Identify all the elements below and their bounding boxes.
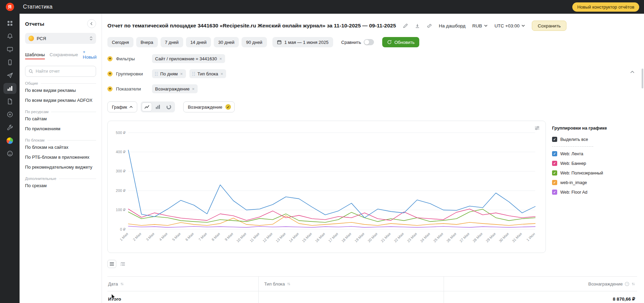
sidebar-item-rtb-blocks[interactable]: По РТБ-блокам в приложениях (25, 152, 96, 162)
chart-settings-icon[interactable] (534, 125, 540, 131)
yandex-logo[interactable]: Я (0, 3, 20, 11)
add-grouping-icon[interactable]: + (107, 71, 113, 76)
sort-icon[interactable] (287, 282, 291, 286)
timezone-value: UTC +03:00 (494, 23, 519, 28)
tools-wrench-icon[interactable] (3, 122, 16, 133)
sort-icon[interactable] (120, 282, 124, 286)
sidebar-item-slices[interactable]: По срезам (25, 181, 96, 191)
preset-yesterday[interactable]: Вчера (136, 37, 158, 47)
legend-item-web-lenta[interactable]: ✓ Web: Лента (552, 151, 628, 156)
sidebar-item-sites[interactable]: По сайтам (25, 114, 96, 124)
sidebar-item-all-ads[interactable]: По всем видам рекламы (25, 85, 96, 95)
add-metric-icon[interactable]: + (107, 86, 113, 92)
filter-chip[interactable]: Сайт / приложение = 3441630× (152, 54, 225, 63)
svg-text:19 Мая: 19 Мая (354, 232, 365, 243)
view-mode-button[interactable]: График (107, 101, 137, 112)
column-header-block-type[interactable]: Тип блока (258, 277, 444, 291)
preset-90-days[interactable]: 90 дней (242, 37, 267, 47)
chip-close-icon[interactable]: × (219, 57, 222, 61)
sidebar-item-site-blocks[interactable]: По блокам на сайтах (25, 142, 96, 152)
sidebar-item-recommendation-widget[interactable]: По рекомендательному виджету (25, 162, 96, 172)
browser-globe-icon[interactable] (3, 135, 16, 146)
sidebar-item-all-ads-adfox[interactable]: По всем видам рекламы ADFOX (25, 95, 96, 105)
legend-item-label: Web: Лента (560, 152, 583, 156)
pie-chart-icon[interactable] (164, 102, 174, 111)
chip-close-icon[interactable]: × (221, 72, 223, 76)
date-range-picker[interactable]: 1 мая — 1 июня 2025 (272, 37, 333, 47)
table-total-row: Итого 8 870,66 ₽ (107, 291, 637, 303)
chart-metric-label: Вознаграждение (188, 105, 222, 110)
total-label: Итого (108, 296, 121, 302)
drag-handle-icon[interactable] (192, 72, 195, 76)
line-chart-icon[interactable] (142, 102, 152, 111)
tab-new-report[interactable]: + Новый (83, 49, 96, 62)
legend-item-web-banner[interactable]: ✓ Web: Баннер (552, 161, 628, 166)
display-icon[interactable] (3, 44, 16, 55)
currency-select[interactable]: RUB (472, 23, 488, 28)
compare-control: Сравнить (341, 39, 374, 45)
svg-text:30 Мая: 30 Мая (498, 232, 510, 243)
bar-chart-icon[interactable] (153, 102, 163, 111)
chip-close-icon[interactable]: × (192, 87, 195, 91)
svg-text:400 ₽: 400 ₽ (116, 150, 126, 154)
preset-30-days[interactable]: 30 дней (214, 37, 239, 47)
drag-handle-icon[interactable] (155, 72, 158, 76)
column-header-revenue[interactable]: Вознаграждение ? (444, 277, 637, 291)
sidebar-item-apps[interactable]: По приложениям (25, 124, 96, 134)
apps-grid-icon[interactable] (3, 18, 16, 29)
legend-item-web-in-image[interactable]: ✓ web-in_image (552, 180, 628, 185)
preset-7-days[interactable]: 7 дней (161, 37, 183, 47)
tab-templates[interactable]: Шаблоны (25, 52, 45, 59)
flat-table-icon[interactable] (107, 260, 116, 268)
column-header-date[interactable]: Дата (107, 277, 258, 291)
section-label: По блокам (25, 138, 45, 142)
new-report-builder-button[interactable]: Новый конструктор отчётов (572, 2, 639, 12)
collapse-panel-button[interactable] (630, 71, 634, 73)
to-dashboard-link[interactable]: На дашборд (439, 23, 466, 28)
chip-close-icon[interactable]: × (180, 72, 183, 76)
add-circle-icon[interactable] (3, 109, 16, 120)
promotion-icon[interactable] (3, 70, 16, 81)
edit-pencil-icon[interactable] (403, 23, 408, 28)
filters-label: Фильтры (116, 56, 149, 61)
currency-value: RUB (472, 23, 482, 28)
chart-metric-select[interactable]: Вознаграждение ✓ (183, 101, 235, 112)
svg-text:300 ₽: 300 ₽ (116, 169, 126, 173)
refresh-button[interactable]: Обновить (382, 37, 419, 47)
sidebar-collapse-button[interactable] (87, 19, 96, 28)
grouping-chip[interactable]: Тип блока× (189, 69, 226, 78)
svg-text:20 Мая: 20 Мая (367, 232, 378, 243)
save-report-button[interactable]: Сохранить (532, 21, 566, 31)
tree-table-icon[interactable] (118, 260, 127, 268)
product-select[interactable]: РСЯ (25, 33, 96, 44)
preset-today[interactable]: Сегодня (107, 37, 133, 47)
help-question-icon[interactable]: ? (625, 282, 629, 286)
statistics-icon[interactable] (3, 83, 16, 94)
tab-saved[interactable]: Сохраненные (50, 52, 78, 59)
svg-text:15 Мая: 15 Мая (301, 232, 313, 243)
window-scrollbar[interactable] (642, 69, 643, 88)
timezone-select[interactable]: UTC +03:00 (494, 23, 525, 28)
support-smiley-icon[interactable] (3, 148, 16, 159)
share-link-icon[interactable] (427, 23, 432, 28)
download-icon[interactable] (415, 23, 420, 28)
preset-14-days[interactable]: 14 дней (186, 37, 211, 47)
grouping-chip[interactable]: По дням× (152, 69, 186, 78)
notifications-bell-icon[interactable] (3, 31, 16, 42)
yandex-logo-icon: Я (6, 3, 14, 11)
report-search[interactable] (25, 66, 96, 77)
compare-toggle[interactable] (364, 39, 374, 45)
chevron-down-icon (484, 25, 488, 27)
legend-select-all[interactable]: ✓ Выделить все (552, 137, 628, 142)
search-input[interactable] (36, 69, 93, 74)
chevron-down-icon (522, 25, 525, 27)
metric-chip[interactable]: Вознаграждение× (152, 84, 198, 93)
legend-item-web-floor-ad[interactable]: ✓ Web: Floor Ad (552, 190, 628, 195)
documents-icon[interactable] (3, 96, 16, 107)
legend-item-web-fullscreen[interactable]: ✓ Web: Полноэкранный (552, 170, 628, 175)
add-filter-icon[interactable]: + (107, 56, 113, 61)
mobile-icon[interactable] (3, 57, 16, 68)
column-label: Дата (108, 281, 118, 287)
column-label: Тип блока (264, 281, 285, 287)
sort-icon[interactable] (631, 282, 635, 286)
